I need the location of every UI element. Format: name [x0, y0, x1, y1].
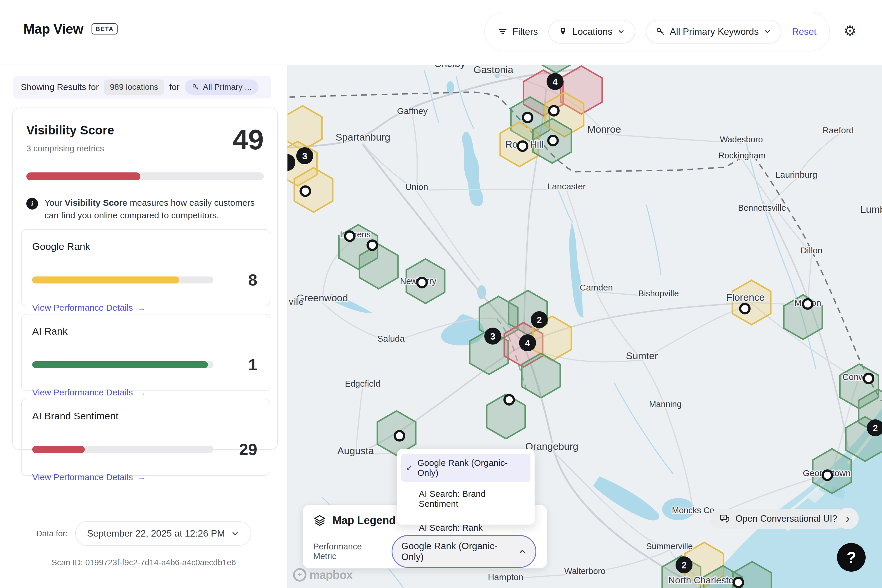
filters-button[interactable]: Filters — [498, 26, 538, 37]
city-label: Raeford — [823, 125, 854, 135]
gear-icon[interactable]: ⚙ — [844, 24, 856, 38]
view-performance-details-link[interactable]: View Performance Details → — [32, 472, 259, 482]
link-label: View Performance Details — [32, 303, 133, 313]
cluster-badge[interactable]: 3 — [484, 328, 501, 345]
cluster-badge[interactable]: 3 — [296, 147, 313, 164]
scan-date-dropdown[interactable]: September 22, 2025 at 12:26 PM — [75, 521, 251, 546]
location-marker[interactable] — [734, 578, 743, 587]
locations-count-chip[interactable]: 989 locations — [104, 80, 164, 95]
svg-text:3: 3 — [490, 332, 495, 342]
metric-progress-track — [32, 446, 213, 453]
location-marker[interactable] — [301, 186, 310, 196]
location-marker[interactable] — [505, 395, 514, 405]
city-label: Lancaster — [547, 182, 586, 191]
chevron-down-icon — [617, 27, 625, 36]
data-for-label: Data for: — [36, 529, 68, 538]
city-label: Wadesboro — [720, 135, 763, 144]
location-marker[interactable] — [417, 278, 427, 287]
sidebar: Showing Results for 989 locations for Al… — [0, 65, 287, 588]
cluster-badge[interactable]: 4 — [519, 334, 536, 351]
location-marker[interactable] — [523, 113, 532, 122]
page-title: Map View — [23, 21, 83, 37]
city-label: Orangeburg — [525, 441, 578, 452]
visibility-score-subtitle: 3 comprising metrics — [26, 144, 114, 153]
city-label: Dillon — [801, 246, 822, 255]
mapbox-logo[interactable]: ✦ mapbox — [293, 568, 352, 582]
reset-button[interactable]: Reset — [792, 26, 816, 37]
chevron-down-icon — [763, 27, 771, 36]
city-label: Walterboro — [564, 566, 606, 576]
key-icon — [656, 27, 665, 36]
help-button[interactable]: ? — [837, 543, 865, 572]
dropdown-option-ai-brand-sentiment[interactable]: AI Search: Brand Sentiment — [401, 482, 530, 516]
cluster-badge[interactable]: 2 — [676, 556, 693, 573]
chat-question-icon: ? — [719, 513, 730, 524]
link-label: View Performance Details — [32, 387, 133, 398]
city-label: Sumter — [626, 350, 658, 361]
arrow-right-icon: → — [137, 472, 146, 482]
location-marker[interactable] — [368, 240, 377, 250]
location-marker[interactable] — [549, 106, 559, 116]
location-marker[interactable] — [740, 304, 750, 313]
filters-label: Filters — [512, 26, 538, 37]
city-label: Union — [405, 182, 428, 192]
dropdown-option-label: AI Search: Brand Sentiment — [419, 489, 526, 509]
city-label: Gaffney — [397, 106, 428, 116]
visibility-score-title: Visibility Score — [26, 123, 114, 137]
city-label: Monroe — [587, 124, 621, 135]
locations-dropdown[interactable]: Locations — [548, 20, 635, 44]
city-label: Greenwood — [296, 292, 348, 303]
metric-value: 29 — [239, 440, 259, 459]
city-label: Florence — [726, 292, 765, 303]
performance-metric-select[interactable]: Google Rank (Organic-Only) — [392, 535, 536, 568]
view-performance-details-link[interactable]: View Performance Details → — [32, 387, 259, 398]
chevron-right-button[interactable]: › — [837, 508, 859, 529]
map-legend-title: Map Legend — [332, 514, 396, 526]
city-label: Lumberton — [860, 204, 882, 215]
location-marker[interactable] — [345, 231, 355, 241]
check-icon: ✓ — [406, 463, 413, 473]
location-marker[interactable] — [548, 136, 558, 145]
metric-title: AI Rank — [32, 326, 259, 337]
dropdown-option-ai-rank[interactable]: AI Search: Rank — [401, 516, 530, 540]
visibility-progress-fill — [26, 172, 140, 180]
app-header: Map View BETA Filters Locations — [0, 0, 882, 65]
keywords-chip[interactable]: All Primary ... — [185, 80, 258, 95]
locations-label: Locations — [572, 26, 612, 37]
scan-date-value: September 22, 2025 at 12:26 PM — [87, 528, 225, 539]
keywords-dropdown[interactable]: All Primary Keywords — [646, 20, 781, 44]
city-label: Hampton — [488, 572, 523, 582]
visibility-score-value: 49 — [233, 126, 264, 154]
location-marker[interactable] — [823, 471, 832, 480]
performance-metric-label: Performance Metric — [313, 542, 383, 561]
location-marker[interactable] — [864, 374, 873, 383]
city-label: Summerville — [646, 542, 693, 551]
showing-results-label: Showing Results for — [21, 82, 99, 92]
performance-metric-value: Google Rank (Organic-Only) — [401, 541, 512, 562]
mapbox-icon: ✦ — [293, 568, 307, 582]
location-marker[interactable] — [395, 431, 404, 440]
metric-progress-track — [32, 276, 213, 284]
city-label: Camden — [580, 283, 613, 292]
svg-text:3: 3 — [302, 151, 307, 161]
city-label: Shelby — [435, 65, 465, 69]
metric-value: 8 — [248, 270, 259, 290]
info-icon: i — [26, 198, 38, 210]
city-label: ville — [289, 297, 304, 307]
view-performance-details-link[interactable]: View Performance Details → — [32, 303, 259, 313]
metric-progress-fill — [32, 446, 85, 453]
visibility-score-card: Visibility Score 3 comprising metrics 49… — [12, 108, 278, 450]
location-marker[interactable] — [803, 299, 812, 309]
metric-card-ai-brand-sentiment: AI Brand Sentiment 29 View Performance D… — [21, 399, 270, 476]
city-label: Bishopville — [639, 289, 679, 298]
layers-icon — [313, 514, 326, 527]
chevron-up-icon — [518, 547, 527, 556]
location-marker[interactable] — [518, 141, 527, 151]
dropdown-option-google-rank[interactable]: ✓ Google Rank (Organic-Only) — [401, 454, 530, 482]
metric-title: Google Rank — [32, 241, 259, 252]
cluster-badge[interactable]: 2 — [531, 311, 548, 328]
cluster-badge[interactable]: 4 — [547, 73, 563, 90]
map-pin-icon — [558, 27, 568, 36]
city-label: Moncks Co — [672, 506, 714, 515]
open-conversational-ui-button[interactable]: ? Open Conversational UI? — [710, 509, 847, 529]
